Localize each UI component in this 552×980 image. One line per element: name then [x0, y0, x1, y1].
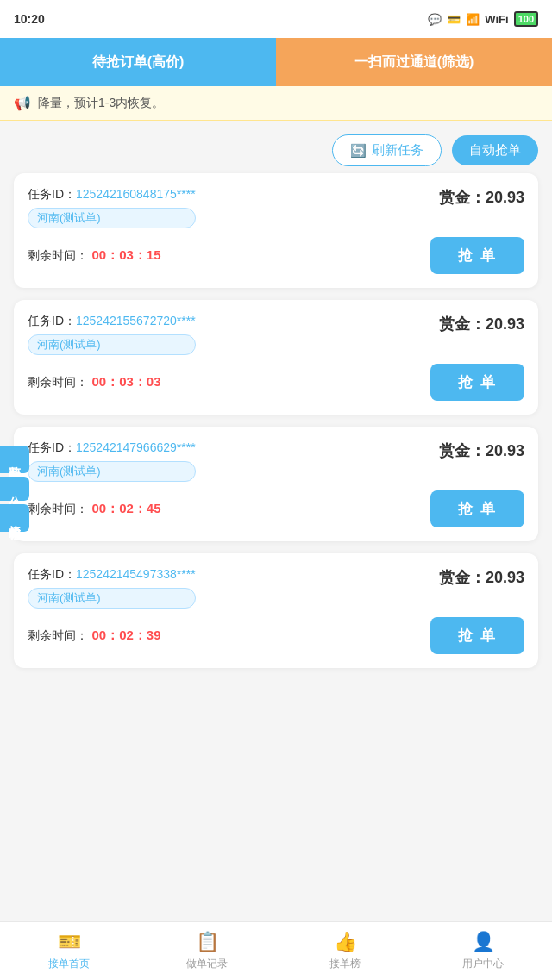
nav-label-profile: 用户中心 — [462, 957, 504, 971]
order-countdown: 00：02：39 — [91, 627, 160, 642]
order-time: 剩余时间： 00：03：15 — [28, 247, 161, 264]
order-reward: 赏金：20.93 — [439, 567, 524, 588]
grab-button[interactable]: 抢 单 — [430, 364, 524, 401]
order-tag: 河南(测试单) — [28, 461, 196, 482]
bottom-nav: 🎫 接单首页 📋 做单记录 👍 接单榜 👤 用户中心 — [0, 921, 552, 980]
order-id-area: 任务ID：125242160848175**** 河南(测试单) — [28, 187, 196, 228]
side-btn-tutorial[interactable]: 接单教程 — [0, 504, 29, 532]
order-card: 任务ID：125242147966629**** 河南(测试单) 赏金：20.9… — [14, 427, 538, 541]
order-card: 任务ID：125242145497338**** 河南(测试单) 赏金：20.9… — [14, 553, 538, 668]
order-countdown: 00：03：03 — [91, 374, 160, 389]
status-icons: 💬 💳 📶 WiFi 100 — [428, 11, 538, 27]
order-reward: 赏金：20.93 — [439, 187, 524, 208]
order-countdown: 00：02：45 — [91, 501, 160, 515]
tab-pending[interactable]: 待抢订单(高价) — [0, 38, 276, 86]
order-id-area: 任务ID：125242147966629**** 河南(测试单) — [28, 440, 196, 482]
order-id-value: 125242155672720**** — [76, 314, 196, 328]
order-reward: 赏金：20.93 — [439, 440, 524, 461]
order-id-area: 任务ID：125242145497338**** 河南(测试单) — [28, 567, 196, 609]
profile-icon: 👤 — [472, 931, 495, 953]
ranking-icon: 👍 — [334, 931, 357, 953]
refresh-button[interactable]: 🔄 刷新任务 — [332, 134, 442, 166]
tab-header: 待抢订单(高价) 一扫而过通道(筛选) — [0, 38, 552, 86]
order-id-area: 任务ID：125242155672720**** 河南(测试单) — [28, 314, 196, 355]
order-tag: 河南(测试单) — [28, 588, 196, 609]
action-bar: 🔄 刷新任务 自动抢单 — [0, 121, 552, 173]
order-id-value: 125242160848175**** — [76, 187, 196, 201]
side-btn-notice[interactable]: 公告 — [0, 477, 29, 501]
nav-item-home[interactable]: 🎫 接单首页 — [0, 922, 138, 980]
status-bar: 10:20 💬 💳 📶 WiFi 100 — [0, 0, 552, 38]
announcement-text: 降量，预计1-3内恢复。 — [38, 96, 164, 111]
nav-item-ranking[interactable]: 👍 接单榜 — [276, 922, 414, 980]
battery-icon: 100 — [514, 11, 538, 27]
nav-label-home: 接单首页 — [48, 957, 90, 971]
wechat-icon: 💬 — [428, 13, 442, 26]
alipay-icon: 💳 — [447, 13, 461, 26]
order-countdown: 00：03：15 — [91, 247, 160, 262]
order-tag: 河南(测试单) — [28, 208, 196, 228]
side-float-buttons: 获取定位 公告 接单教程 — [0, 446, 29, 535]
order-card: 任务ID：125242160848175**** 河南(测试单) 赏金：20.9… — [14, 173, 538, 288]
grab-button[interactable]: 抢 单 — [430, 490, 524, 527]
announcement-icon: 📢 — [14, 95, 31, 111]
order-card: 任务ID：125242155672720**** 河南(测试单) 赏金：20.9… — [14, 300, 538, 415]
side-btn-location[interactable]: 获取定位 — [0, 446, 29, 473]
order-time: 剩余时间： 00：02：45 — [28, 501, 161, 517]
order-id-value: 125242145497338**** — [76, 567, 196, 581]
nav-item-records[interactable]: 📋 做单记录 — [138, 922, 276, 980]
order-tag: 河南(测试单) — [28, 334, 196, 355]
tab-scan[interactable]: 一扫而过通道(筛选) — [276, 38, 552, 86]
announcement-bar: 📢 降量，预计1-3内恢复。 — [0, 86, 552, 121]
nav-label-records: 做单记录 — [186, 957, 228, 971]
wifi-icon: WiFi — [485, 13, 508, 26]
grab-button[interactable]: 抢 单 — [430, 237, 524, 274]
home-icon: 🎫 — [58, 931, 81, 953]
status-time: 10:20 — [14, 12, 45, 26]
order-list: 任务ID：125242160848175**** 河南(测试单) 赏金：20.9… — [0, 173, 552, 737]
order-reward: 赏金：20.93 — [439, 314, 524, 334]
nav-label-ranking: 接单榜 — [329, 957, 361, 971]
order-time: 剩余时间： 00：03：03 — [28, 374, 161, 390]
records-icon: 📋 — [196, 931, 219, 953]
signal-icon: 📶 — [466, 13, 480, 26]
refresh-icon: 🔄 — [350, 143, 367, 159]
nav-item-profile[interactable]: 👤 用户中心 — [414, 922, 552, 980]
auto-grab-button[interactable]: 自动抢单 — [452, 135, 538, 165]
order-id-value: 125242147966629**** — [76, 440, 196, 454]
order-time: 剩余时间： 00：02：39 — [28, 627, 161, 644]
grab-button[interactable]: 抢 单 — [430, 617, 524, 654]
